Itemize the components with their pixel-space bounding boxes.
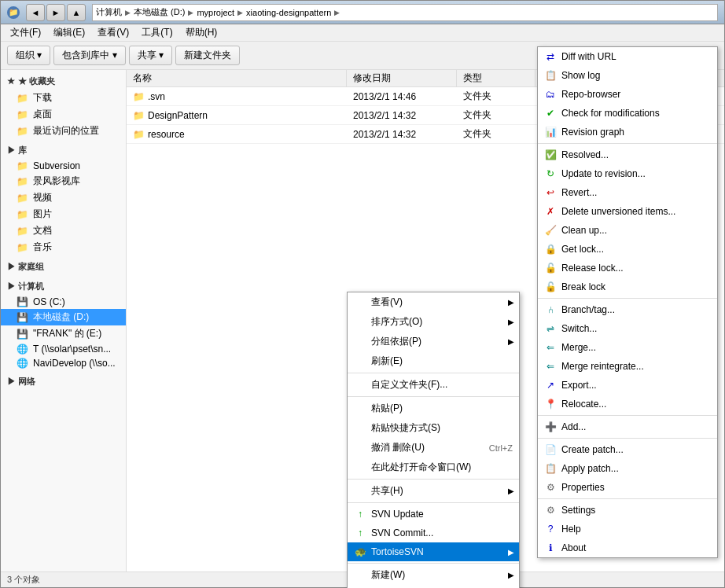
sidebar-item-pictures[interactable]: 📁 图片 [1, 206, 126, 222]
ctx-create-patch[interactable]: 📄 Create patch... [538, 440, 717, 459]
ctx-apply-patch-label: Apply patch... [561, 463, 619, 474]
ctx-share[interactable]: 共享(H) ▶ [348, 481, 519, 501]
ctx-merge[interactable]: ⇐ Merge... [538, 338, 717, 357]
sidebar-network-header[interactable]: ▶ 网络 [1, 373, 126, 390]
ctx-apply-patch[interactable]: 📋 Apply patch... [538, 459, 717, 478]
ctx-properties[interactable]: ⚙ Properties [538, 478, 717, 497]
file-name: .svn [148, 91, 165, 102]
ctx-check-modifications[interactable]: ✔ Check for modifications [538, 104, 717, 123]
ctx-merge-reintegrate[interactable]: ⇐ Merge reintegrate... [538, 357, 717, 376]
ctx-revert-label: Revert... [561, 187, 597, 198]
branch-tag-icon: ⑃ [544, 303, 557, 316]
paste-icon [354, 402, 366, 415]
settings-icon: ⚙ [544, 504, 557, 516]
sidebar-item-t-drive[interactable]: 🌐 T (\\solar\pset\sn... [1, 342, 126, 356]
ctx-view[interactable]: 查看(V) ▶ [348, 292, 519, 312]
ctx-tortoisesvn[interactable]: 🐢 TortoiseSVN ▶ [348, 542, 519, 561]
ctx-add[interactable]: ➕ Add... [538, 417, 717, 436]
sidebar-section-homegroup: ▶ 家庭组 [1, 259, 126, 275]
sidebar-item-navi-drive[interactable]: 🌐 NaviDevelop (\\so... [1, 356, 126, 370]
ctx-resolved[interactable]: ✅ Resolved... [538, 145, 717, 164]
sidebar-item-downloads[interactable]: 📁 下载 [1, 90, 126, 106]
ctx-merge-label: Merge... [561, 342, 596, 353]
ctx-get-lock[interactable]: 🔒 Get lock... [538, 240, 717, 259]
sidebar: ★ ★ 收藏夹 📁 下载 📁 桌面 📁 最近访问的位置 [1, 70, 127, 571]
col-header-name[interactable]: 名称 [127, 70, 347, 86]
sidebar-computer-header[interactable]: ▶ 计算机 [1, 278, 126, 295]
menu-file[interactable]: 文件(F) [4, 24, 47, 41]
sidebar-section-computer: ▶ 计算机 💾 OS (C:) 💾 本地磁盘 (D:) 💾 "FRANK" 的 … [1, 278, 126, 370]
ctx-help[interactable]: ? Help [538, 520, 717, 538]
ctx-undo[interactable]: 撤消 删除(U) Ctrl+Z [348, 438, 519, 458]
ctx-svn-props-label: Properties [561, 482, 605, 493]
explorer-window: 📁 ◄ ► ▲ 计算机 ▶ 本地磁盘 (D:) ▶ myproject ▶ xi… [0, 0, 725, 588]
ctx-switch[interactable]: ⇌ Switch... [538, 319, 717, 338]
sidebar-item-c-drive[interactable]: 💾 OS (C:) [1, 295, 126, 309]
sidebar-item-e-drive[interactable]: 💾 "FRANK" 的 (E:) [1, 325, 126, 342]
ctx-release-lock[interactable]: 🔓 Release lock... [538, 259, 717, 277]
sidebar-item-recent[interactable]: 📁 最近访问的位置 [1, 123, 126, 139]
ctx-about[interactable]: ℹ About [538, 538, 717, 557]
sidebar-item-desktop[interactable]: 📁 桌面 [1, 106, 126, 123]
address-bar[interactable]: 计算机 ▶ 本地磁盘 (D:) ▶ myproject ▶ xiaoting-d… [92, 4, 718, 21]
ctx-paste[interactable]: 粘贴(P) [348, 399, 519, 418]
sidebar-item-label: NaviDevelop (\\so... [33, 358, 116, 369]
menu-help[interactable]: 帮助(H) [179, 24, 224, 41]
include-library-button[interactable]: 包含到库中 ▾ [53, 46, 125, 65]
ctx-refresh[interactable]: 刷新(E) [348, 351, 519, 371]
ctx-cleanup[interactable]: 🧹 Clean up... [538, 221, 717, 240]
ctx-separator [538, 438, 717, 439]
ctx-revert[interactable]: ↩ Revert... [538, 183, 717, 202]
ctx-diff-url[interactable]: ⇄ Diff with URL [538, 47, 717, 66]
ctx-sort-label: 排序方式(O) [371, 315, 422, 329]
ctx-new[interactable]: 新建(W) ▶ [348, 565, 519, 585]
menu-tools[interactable]: 工具(T) [135, 24, 178, 41]
sidebar-item-subversion[interactable]: 📁 Subversion [1, 159, 126, 173]
sidebar-item-media[interactable]: 📁 景风影视库 [1, 173, 126, 189]
ctx-cmd[interactable]: 在此处打开命令窗口(W) [348, 458, 519, 477]
col-header-date[interactable]: 修改日期 [347, 70, 457, 86]
ctx-revision-graph[interactable]: 📊 Revision graph [538, 123, 717, 141]
view-icon [354, 296, 366, 309]
ctx-show-log[interactable]: 📋 Show log [538, 66, 717, 85]
col-header-type[interactable]: 类型 [457, 70, 535, 86]
sidebar-item-label: 本地磁盘 (D:) [33, 311, 89, 324]
up-button[interactable]: ▲ [67, 4, 86, 21]
ctx-sort[interactable]: 排序方式(O) ▶ [348, 312, 519, 332]
sidebar-item-video[interactable]: 📁 视频 [1, 189, 126, 206]
menu-view[interactable]: 查看(V) [91, 24, 135, 41]
organize-button[interactable]: 组织 ▾ [7, 46, 50, 65]
menu-edit[interactable]: 编辑(E) [47, 24, 91, 41]
sidebar-item-music[interactable]: 📁 音乐 [1, 239, 126, 255]
sidebar-item-d-drive[interactable]: 💾 本地磁盘 (D:) [1, 309, 126, 325]
ctx-settings[interactable]: ⚙ Settings [538, 501, 717, 520]
ctx-export[interactable]: ↗ Export... [538, 376, 717, 395]
ctx-customize[interactable]: 自定义文件夹(F)... [348, 375, 519, 395]
ctx-repo-browser[interactable]: 🗂 Repo-browser [538, 85, 717, 104]
sidebar-favorites-header[interactable]: ★ ★ 收藏夹 [1, 73, 126, 90]
ctx-group[interactable]: 分组依据(P) ▶ [348, 332, 519, 351]
file-type-cell: 文件夹 [457, 126, 535, 142]
file-type-cell: 文件夹 [457, 107, 535, 123]
ctx-break-lock[interactable]: 🔓 Break lock [538, 277, 717, 296]
back-button[interactable]: ◄ [26, 4, 45, 21]
drive-icon: 💾 [17, 329, 28, 340]
share-button[interactable]: 共享 ▾ [129, 46, 172, 65]
context-menu-folder: 查看(V) ▶ 排序方式(O) ▶ 分组依据(P) ▶ 刷新(E) 自定义文件夹… [347, 292, 520, 588]
ctx-properties[interactable]: 属性(R) [348, 585, 519, 588]
ctx-svn-update[interactable]: ↑ SVN Update [348, 505, 519, 524]
sidebar-item-documents[interactable]: 📁 文档 [1, 222, 126, 239]
ctx-branch-tag[interactable]: ⑃ Branch/tag... [538, 300, 717, 319]
forward-button[interactable]: ► [46, 4, 65, 21]
ctx-paste-shortcut[interactable]: 粘贴快捷方式(S) [348, 418, 519, 438]
check-mod-icon: ✔ [544, 107, 557, 119]
ctx-update-rev[interactable]: ↻ Update to revision... [538, 164, 717, 183]
ctx-svn-commit[interactable]: ↑ SVN Commit... [348, 524, 519, 542]
ctx-relocate[interactable]: 📍 Relocate... [538, 395, 717, 413]
ctx-delete-unver[interactable]: ✗ Delete unversioned items... [538, 202, 717, 221]
new-folder-button[interactable]: 新建文件夹 [175, 46, 240, 65]
sidebar-library-header[interactable]: ▶ 库 [1, 142, 126, 159]
address-part: 本地磁盘 (D:) [134, 6, 185, 18]
repo-browser-icon: 🗂 [544, 88, 557, 101]
sidebar-homegroup-header[interactable]: ▶ 家庭组 [1, 259, 126, 275]
